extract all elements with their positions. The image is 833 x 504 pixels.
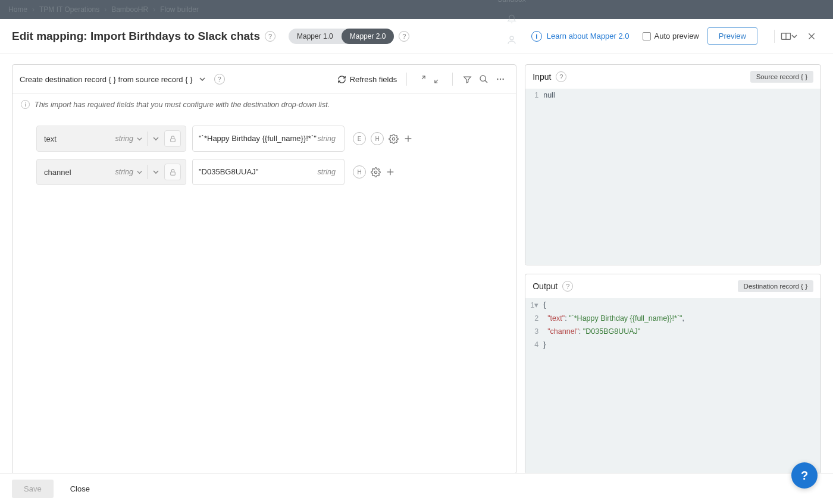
destination-field[interactable]: text string bbox=[36, 126, 186, 152]
avatar-icon[interactable] bbox=[506, 35, 517, 45]
info-icon: i bbox=[21, 100, 30, 109]
output-title: Output bbox=[533, 281, 558, 291]
plus-icon[interactable] bbox=[403, 134, 413, 143]
gear-icon[interactable] bbox=[389, 134, 399, 144]
refresh-fields-button[interactable]: Refresh fields bbox=[337, 75, 397, 84]
svg-point-7 bbox=[497, 79, 498, 80]
output-tag: Destination record { } bbox=[738, 280, 813, 292]
mapping-header-label[interactable]: Create destination record { } from sourc… bbox=[20, 75, 193, 84]
svg-point-9 bbox=[503, 79, 504, 80]
svg-point-8 bbox=[500, 79, 501, 80]
destination-field[interactable]: channel string bbox=[36, 159, 186, 185]
svg-line-6 bbox=[485, 80, 487, 83]
chevron-down-icon[interactable] bbox=[152, 135, 159, 142]
search-icon[interactable] bbox=[475, 71, 492, 87]
expand-icon[interactable] bbox=[413, 71, 430, 87]
app-bar: Home› TPM IT Operations› BambooHR› Flow … bbox=[0, 0, 833, 19]
caret-down-icon[interactable] bbox=[137, 170, 142, 175]
lock-icon[interactable] bbox=[164, 164, 181, 180]
input-title: Input bbox=[533, 72, 551, 82]
svg-point-5 bbox=[480, 76, 486, 81]
mapping-row: channel string "D035BG8UUAJ" string H bbox=[36, 159, 510, 185]
chevron-down-icon[interactable] bbox=[199, 76, 206, 83]
h-badge[interactable]: H bbox=[371, 132, 384, 145]
destination-name: channel bbox=[44, 168, 115, 177]
source-value: "`*Happy Birthday {{full_name}}!*`" bbox=[199, 133, 317, 145]
required-fields-notice: i This import has required fields that y… bbox=[12, 94, 516, 115]
svg-point-15 bbox=[374, 171, 377, 173]
output-code[interactable]: 1▾{2 "text": "`*Happy Birthday {{full_na… bbox=[525, 298, 821, 474]
refresh-label: Refresh fields bbox=[350, 75, 397, 84]
h-badge[interactable]: H bbox=[353, 165, 366, 179]
mapping-row: text string "`*Happy Birthday {{full_nam… bbox=[36, 126, 510, 152]
svg-rect-14 bbox=[170, 171, 175, 174]
destination-name: text bbox=[44, 134, 115, 143]
mapping-help-icon[interactable]: ? bbox=[214, 74, 225, 84]
mapping-panel-header: Create destination record { } from sourc… bbox=[12, 65, 516, 94]
caret-down-icon[interactable] bbox=[137, 136, 142, 142]
filter-icon[interactable] bbox=[459, 71, 475, 87]
more-icon[interactable] bbox=[492, 71, 509, 87]
input-panel: Input ? Source record { } 1null bbox=[525, 64, 821, 265]
input-code[interactable]: 1null bbox=[525, 89, 821, 265]
mapping-panel: Create destination record { } from sourc… bbox=[12, 64, 516, 474]
lock-icon[interactable] bbox=[164, 130, 181, 147]
source-expression[interactable]: "D035BG8UUAJ" string bbox=[192, 159, 345, 185]
svg-rect-10 bbox=[170, 138, 175, 141]
collapse-icon[interactable] bbox=[430, 71, 446, 87]
input-tag: Source record { } bbox=[750, 71, 813, 83]
footer: Save Close bbox=[0, 473, 833, 474]
source-value: "D035BG8UUAJ" bbox=[199, 167, 317, 178]
source-expression[interactable]: "`*Happy Birthday {{full_name}}!*`" stri… bbox=[192, 126, 345, 152]
source-type: string bbox=[317, 168, 336, 176]
e-badge[interactable]: E bbox=[353, 132, 366, 145]
destination-type: string bbox=[115, 134, 133, 143]
svg-point-0 bbox=[510, 36, 513, 40]
svg-point-11 bbox=[392, 137, 394, 140]
output-help-icon[interactable]: ? bbox=[562, 281, 573, 292]
destination-type: string bbox=[115, 168, 133, 176]
gear-icon[interactable] bbox=[371, 167, 381, 177]
plus-icon[interactable] bbox=[386, 167, 395, 177]
notice-text: This import has required fields that you… bbox=[35, 101, 330, 109]
output-panel: Output ? Destination record { } 1▾{2 "te… bbox=[525, 274, 821, 475]
chevron-down-icon[interactable] bbox=[152, 168, 159, 176]
input-help-icon[interactable]: ? bbox=[556, 71, 566, 82]
source-type: string bbox=[317, 134, 336, 143]
